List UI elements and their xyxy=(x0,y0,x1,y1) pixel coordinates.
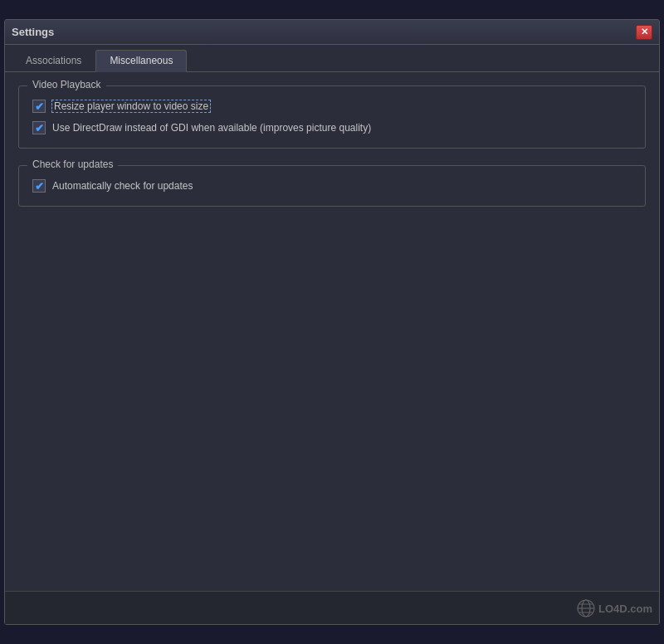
checkbox-row-autoupdate: ✔ Automatically check for updates xyxy=(32,179,632,193)
check-updates-title: Check for updates xyxy=(27,159,118,170)
watermark-text: LO4D.com xyxy=(598,603,652,615)
window-title: Settings xyxy=(12,26,54,38)
label-autoupdate[interactable]: Automatically check for updates xyxy=(52,180,193,192)
tab-associations[interactable]: Associations xyxy=(12,50,95,71)
title-bar: Settings ✕ xyxy=(5,20,659,45)
checkbox-row-resize: ✔ Resize player window to video size xyxy=(32,100,632,113)
checkbox-resize-wrap[interactable]: ✔ xyxy=(32,100,46,113)
settings-window: Settings ✕ Associations Miscellaneous Vi… xyxy=(4,19,660,625)
bottom-bar: LO4D.com xyxy=(5,591,659,624)
label-resize[interactable]: Resize player window to video size xyxy=(52,100,210,112)
content-area: Video Playback ✔ Resize player window to… xyxy=(5,72,659,591)
tab-miscellaneous[interactable]: Miscellaneous xyxy=(95,50,187,72)
checkbox-directdraw-wrap[interactable]: ✔ xyxy=(32,121,46,134)
globe-icon xyxy=(577,599,595,617)
label-directdraw[interactable]: Use DirectDraw instead of GDI when avail… xyxy=(52,122,371,134)
watermark: LO4D.com xyxy=(577,599,652,617)
video-playback-group: Video Playback ✔ Resize player window to… xyxy=(18,85,646,149)
checkbox-row-directdraw: ✔ Use DirectDraw instead of GDI when ava… xyxy=(32,121,632,134)
tabs-bar: Associations Miscellaneous xyxy=(5,45,659,72)
checkbox-autoupdate-wrap[interactable]: ✔ xyxy=(32,179,46,193)
check-updates-group: Check for updates ✔ Automatically check … xyxy=(18,165,646,207)
video-playback-title: Video Playback xyxy=(27,79,106,90)
close-button[interactable]: ✕ xyxy=(636,25,652,40)
